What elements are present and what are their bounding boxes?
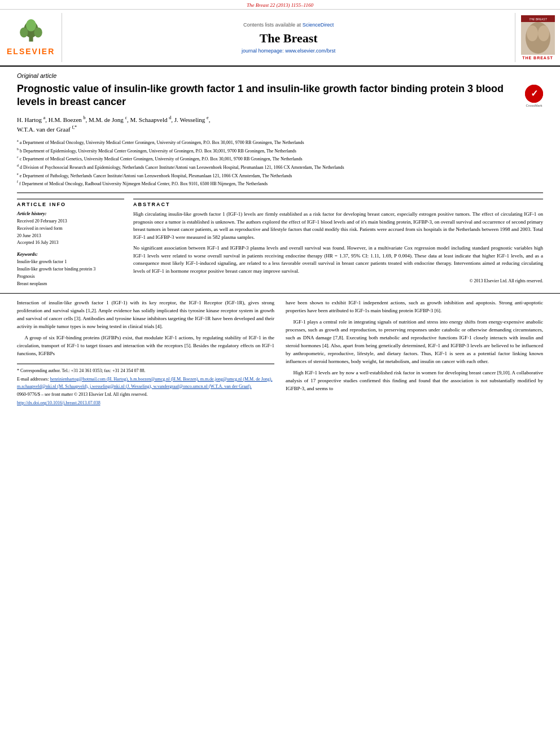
- body-columns: Interaction of insulin-like growth facto…: [17, 299, 543, 408]
- journal-title: The Breast: [260, 31, 318, 46]
- abstract-column: ABSTRACT High circulating insulin-like g…: [133, 199, 543, 287]
- affiliation-e: e e Department of Pathology, Netherlands…: [17, 172, 543, 180]
- body-para-right-1: have been shown to exhibit IGF-1 indepen…: [286, 299, 543, 315]
- revised-date: 20 June 2013: [17, 233, 124, 240]
- received-date: Received 20 February 2013: [17, 218, 124, 225]
- svg-text:THE BREAST: THE BREAST: [529, 18, 547, 21]
- abstract-header: ABSTRACT: [133, 199, 543, 207]
- body-para-right-3: High IGF-1 levels are by now a well-esta…: [286, 369, 543, 393]
- affiliation-c: c c Department of Medical Genetics, Univ…: [17, 155, 543, 163]
- email-addresses: E-mail addresses: henrinienhartog@hotmai…: [17, 376, 274, 391]
- corresponding-note: * Corresponding author. Tel.: +31 24 361…: [17, 368, 274, 375]
- journal-citation: The Breast 22 (2013) 1155–1160: [0, 0, 560, 10]
- article-content: Original article ✓ CrossMark Prognostic …: [0, 67, 560, 293]
- elsevier-logo-svg: [8, 19, 54, 45]
- crossmark-icon: ✓: [525, 85, 543, 103]
- keywords-label: Keywords:: [17, 251, 124, 257]
- keyword-4: Breast neoplasm: [17, 281, 124, 288]
- article-info-header: ARTICLE INFO: [17, 199, 124, 207]
- svg-point-3: [34, 27, 42, 37]
- issn-line: 0960-9776/$ – see front matter © 2013 El…: [17, 391, 274, 399]
- footnotes: * Corresponding author. Tel.: +31 24 361…: [17, 364, 274, 407]
- elsevier-wordmark: ELSEVIER: [7, 47, 55, 56]
- body-right-text: have been shown to exhibit IGF-1 indepen…: [286, 299, 543, 392]
- sciencedirect-line: Contents lists available at ScienceDirec…: [243, 22, 334, 28]
- body-para-2: A group of six IGF-binding proteins (IGF…: [17, 334, 274, 358]
- journal-center-info: Contents lists available at ScienceDirec…: [62, 13, 515, 62]
- email-label: E-mail addresses:: [17, 377, 49, 382]
- doi-line: http://dx.doi.org/10.1016/j.breast.2013.…: [17, 400, 274, 407]
- affiliation-a: a a Department of Medical Oncology, Univ…: [17, 138, 543, 146]
- journal-cover-image: THE BREAST: [521, 15, 555, 55]
- journal-thumbnail: THE BREAST THE BREAST: [515, 13, 560, 62]
- accepted-date: Accepted 16 July 2013: [17, 239, 124, 247]
- article-type: Original article: [17, 72, 543, 79]
- body-para-right-2: IGF-1 plays a central role in integratin…: [286, 318, 543, 366]
- body-right-column: have been shown to exhibit IGF-1 indepen…: [286, 299, 543, 408]
- svg-point-8: [538, 25, 549, 41]
- homepage-url[interactable]: www.elsevier.com/brst: [285, 48, 335, 54]
- article-info-column: ARTICLE INFO Article history: Received 2…: [17, 199, 124, 287]
- crossmark-label: CrossMark: [525, 104, 543, 107]
- keyword-1: Insulin-like growth factor 1: [17, 259, 124, 266]
- svg-text:✓: ✓: [531, 89, 538, 98]
- svg-point-4: [26, 19, 36, 32]
- body-left-column: Interaction of insulin-like growth facto…: [17, 299, 274, 408]
- article-title: Prognostic value of insulin-like growth …: [17, 82, 543, 109]
- authors-list: H. Hartog a, H.M. Boezen b, M.M. de Jong…: [17, 115, 543, 134]
- doi-link[interactable]: http://dx.doi.org/10.1016/j.breast.2013.…: [17, 400, 100, 405]
- cover-art: THE BREAST: [521, 15, 555, 55]
- affiliation-b: b b Department of Epidemiology, Universi…: [17, 147, 543, 155]
- abstract-paragraph-2: No significant association between IGF-1…: [133, 244, 543, 275]
- journal-header: ELSEVIER Contents lists available at Sci…: [0, 10, 560, 67]
- crossmark-badge[interactable]: ✓ CrossMark: [525, 85, 543, 107]
- abstract-paragraph-1: High circulating insulin-like growth fac…: [133, 211, 543, 241]
- journal-homepage: journal homepage: www.elsevier.com/brst: [242, 48, 335, 54]
- body-para-1: Interaction of insulin-like growth facto…: [17, 299, 274, 331]
- affiliation-d: d d Division of Psychosocial Research an…: [17, 163, 543, 171]
- affiliations-list: a a Department of Medical Oncology, Univ…: [17, 138, 543, 193]
- abstract-text: High circulating insulin-like growth fac…: [133, 211, 543, 275]
- page: The Breast 22 (2013) 1155–1160 ELSEVIER …: [0, 0, 560, 747]
- keyword-3: Prognosis: [17, 273, 124, 281]
- copyright-line: © 2013 Elsevier Ltd. All rights reserved…: [133, 278, 543, 283]
- email-links[interactable]: henrinienhartog@hotmail.com (H. Hartog),…: [17, 377, 272, 389]
- revised-label: Received in revised form: [17, 225, 124, 233]
- body-left-text: Interaction of insulin-like growth facto…: [17, 299, 274, 358]
- elsevier-logo: ELSEVIER: [0, 13, 62, 62]
- main-body: Interaction of insulin-like growth facto…: [0, 293, 560, 414]
- keyword-2: Insulin-like growth factor binding prote…: [17, 266, 124, 273]
- affiliation-f: f f Department of Medical Oncology, Radb…: [17, 180, 543, 187]
- svg-point-7: [527, 25, 538, 41]
- journal-thumb-title: THE BREAST: [522, 56, 553, 60]
- svg-point-2: [20, 27, 28, 37]
- info-abstract-section: ARTICLE INFO Article history: Received 2…: [17, 199, 543, 287]
- sciencedirect-link[interactable]: ScienceDirect: [303, 22, 334, 28]
- history-label: Article history:: [17, 211, 124, 216]
